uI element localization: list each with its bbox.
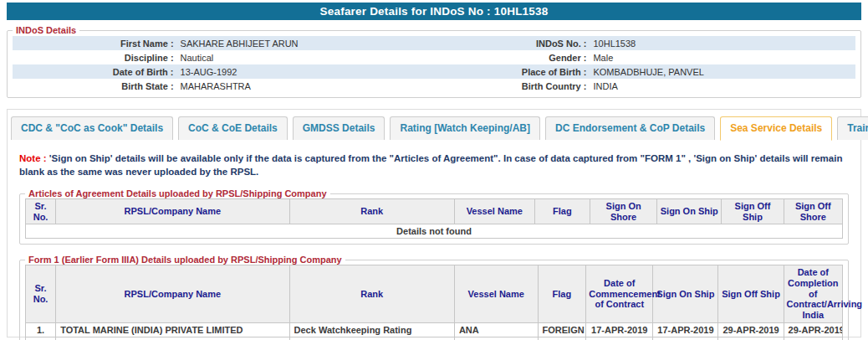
- page-title: Seafarer Details for INDoS No : 10HL1538: [7, 3, 861, 20]
- table-cell: Deck Watchkeeping Rating: [289, 337, 454, 340]
- field-value: 13-AUG-1992: [177, 64, 434, 79]
- column-header: Sign Off Shore: [784, 199, 842, 224]
- tab-gmdss-details[interactable]: GMDSS Details: [293, 116, 385, 140]
- column-header: Sr. No.: [26, 265, 56, 322]
- table-cell: TOTAL MARINE (INDIA) PRIVATE LIMITED: [56, 337, 289, 340]
- field-label: Discipline :: [13, 50, 177, 64]
- empty-row: Details not found: [26, 224, 843, 239]
- field-label: INDoS No. :: [434, 36, 590, 50]
- indos-detail-row: First Name :SAKHARE ABHIJEET ARUNINDoS N…: [13, 36, 855, 50]
- column-header: Flag: [534, 199, 590, 224]
- field-label: Birth Country :: [434, 79, 590, 93]
- table-cell: FOREIGN: [538, 337, 586, 340]
- tab-cdc-coc-as-cook-details[interactable]: CDC & "CoC as Cook" Details: [11, 116, 173, 140]
- form1-details-legend: Form 1 (Earlier Form IIIA) Details uploa…: [25, 255, 345, 265]
- indos-details-legend: INDoS Details: [13, 25, 79, 35]
- field-value: SAKHARE ABHIJEET ARUN: [177, 36, 434, 50]
- column-header: Sign On Ship: [653, 265, 718, 322]
- table-row: 1.TOTAL MARINE (INDIA) PRIVATE LIMITEDDe…: [26, 322, 843, 337]
- column-header: Sign Off Ship: [718, 265, 784, 322]
- column-header: Sr. No.: [26, 199, 56, 224]
- form1-details-table: Sr. No.RPSL/Company NameRankVessel NameF…: [25, 265, 843, 340]
- sea-service-panel: CDC & "CoC as Cook" DetailsCoC & CoE Det…: [7, 109, 861, 337]
- field-value: MAHARASHTRA: [177, 79, 434, 93]
- field-label: Place of Birth :: [434, 64, 590, 79]
- form1-details-panel: Form 1 (Earlier Form IIIA) Details uploa…: [19, 255, 849, 340]
- table-cell: 17-APR-2019: [586, 322, 653, 337]
- column-header: Sign Off Ship: [722, 199, 784, 224]
- field-value: Male: [590, 50, 855, 64]
- table-cell: MT. AURORA: [454, 337, 538, 340]
- field-label: First Name :: [13, 36, 177, 50]
- column-header: Rank: [289, 265, 454, 322]
- field-label: Birth State :: [13, 79, 177, 93]
- column-header: Date of Completion of Contract/Arriving …: [784, 265, 842, 322]
- column-header: Vessel Name: [454, 199, 534, 224]
- agreement-details-legend: Articles of Agreement Details uploaded b…: [25, 188, 330, 198]
- indos-details-table: First Name :SAKHARE ABHIJEET ARUNINDoS N…: [13, 36, 855, 93]
- table-cell: ANA: [454, 322, 538, 337]
- table-cell: 21-DEC-2018: [653, 337, 718, 340]
- indos-detail-row: Discipline :NauticalGender :Male: [13, 50, 855, 64]
- table-cell: 21-DEC-2018: [586, 337, 653, 340]
- field-value: Nautical: [177, 50, 434, 64]
- column-header: Vessel Name: [454, 265, 538, 322]
- column-header: Rank: [289, 199, 454, 224]
- indos-details-panel: INDoS Details First Name :SAKHARE ABHIJE…: [7, 25, 861, 98]
- column-header: Flag: [538, 265, 586, 322]
- table-cell: 26-JAN-2019: [718, 337, 784, 340]
- table-cell: 29-APR-2019: [718, 322, 784, 337]
- table-cell: 2.: [26, 337, 56, 340]
- table-header-row: Sr. No.RPSL/Company NameRankVessel NameF…: [26, 199, 843, 224]
- table-cell: 17-APR-2019: [653, 322, 718, 337]
- tab-training-details[interactable]: Training Details: [837, 116, 868, 140]
- table-header-row: Sr. No.RPSL/Company NameRankVessel NameF…: [26, 265, 843, 322]
- column-header: RPSL/Company Name: [56, 199, 289, 224]
- note-text: Note : 'Sign on Ship' details will be av…: [19, 152, 849, 178]
- agreement-details-table: Sr. No.RPSL/Company NameRankVessel NameF…: [25, 198, 843, 239]
- field-value: KOMBADBHUJE, PANVEL: [590, 64, 855, 79]
- tab-dc-endorsement-cop-details[interactable]: DC Endorsement & CoP Details: [545, 116, 715, 140]
- table-cell: Deck Watchkeeping Rating: [289, 322, 454, 337]
- details-not-found-message: Details not found: [26, 224, 843, 239]
- field-label: Gender :: [434, 50, 590, 64]
- note-prefix: Note :: [19, 153, 47, 163]
- tab-rating-watch-keeping-ab[interactable]: Rating [Watch Keeping/AB]: [390, 116, 540, 140]
- table-row: 2.TOTAL MARINE (INDIA) PRIVATE LIMITEDDe…: [26, 337, 843, 340]
- column-header: RPSL/Company Name: [56, 265, 289, 322]
- table-cell: FOREIGN: [538, 322, 586, 337]
- column-header: Sign On Shore: [590, 199, 657, 224]
- indos-detail-row: Date of Birth :13-AUG-1992Place of Birth…: [13, 64, 855, 79]
- table-cell: 26-JAN-2019: [784, 337, 842, 340]
- table-cell: 29-APR-2019: [784, 322, 842, 337]
- field-label: Date of Birth :: [13, 64, 177, 79]
- table-cell: TOTAL MARINE (INDIA) PRIVATE LIMITED: [56, 322, 289, 337]
- indos-detail-row: Birth State :MAHARASHTRABirth Country :I…: [13, 79, 855, 93]
- column-header: Date of Commencement of Contract: [586, 265, 653, 322]
- tab-sea-service-details[interactable]: Sea Service Details: [720, 116, 832, 141]
- column-header: Sign On Ship: [657, 199, 722, 224]
- note-body: 'Sign on Ship' details will be available…: [19, 153, 842, 177]
- field-value: INDIA: [590, 79, 855, 93]
- field-value: 10HL1538: [590, 36, 855, 50]
- tab-coc-coe-details[interactable]: CoC & CoE Details: [178, 116, 288, 140]
- agreement-details-panel: Articles of Agreement Details uploaded b…: [19, 188, 849, 245]
- table-cell: 1.: [26, 322, 56, 337]
- tab-bar: CDC & "CoC as Cook" DetailsCoC & CoE Det…: [8, 110, 860, 140]
